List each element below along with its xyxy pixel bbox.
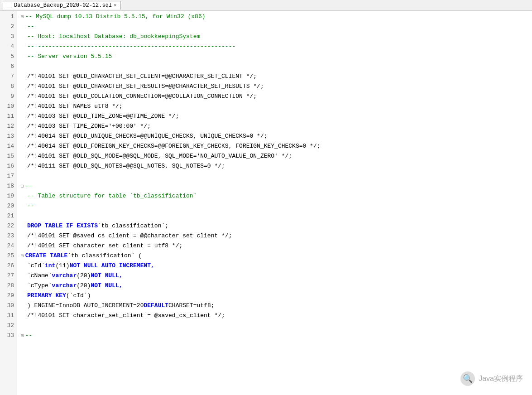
code-token: (`cId`)	[66, 291, 91, 301]
code-token: /*!40101 SET @OLD_CHARACTER_SET_CLIENT=@…	[27, 72, 257, 82]
line-number: 28	[3, 281, 14, 291]
code-line: /*!40101 SET @OLD_COLLATION_CONNECTION=@…	[21, 92, 532, 101]
code-line: /*!40101 SET @OLD_CHARACTER_SET_RESULTS=…	[21, 82, 532, 92]
code-line: --	[21, 181, 532, 191]
line-number: 19	[3, 191, 14, 201]
line-number: 20	[3, 201, 14, 211]
line-number: 29	[3, 291, 14, 301]
line-number: 3	[3, 32, 14, 42]
code-line: --	[21, 22, 532, 32]
code-line: PRIMARY KEY (`cId`)	[21, 291, 532, 301]
code-line: ) ENGINE=InnoDB AUTO_INCREMENT=20 DEFAUL…	[21, 301, 532, 311]
line-number: 4	[3, 42, 14, 52]
line-number: 17	[3, 171, 14, 181]
code-token: varchar	[52, 281, 77, 291]
line-number: 27	[3, 271, 14, 281]
line-number: 15	[3, 151, 14, 161]
line-number: 24	[3, 241, 14, 251]
code-token: NOT NULL,	[91, 271, 122, 281]
tab-close-button[interactable]: ×	[114, 3, 117, 8]
code-token: CHARSET=utf8;	[168, 301, 214, 311]
editor-tab[interactable]: Database_Backup_2020-02-12.sql ×	[3, 1, 121, 10]
fold-marker[interactable]	[21, 181, 24, 191]
code-token: /*!40103 SET TIME_ZONE='+00:00' */;	[27, 121, 151, 131]
code-token: (11)	[55, 261, 69, 271]
code-line: /*!40103 SET @OLD_TIME_ZONE=@@TIME_ZONE …	[21, 111, 532, 121]
line-number: 6	[3, 62, 14, 72]
code-token: /*!40101 SET @OLD_SQL_MODE=@@SQL_MODE, S…	[27, 151, 292, 161]
line-number: 33	[3, 331, 14, 341]
line-number: 31	[3, 311, 14, 321]
line-number: 21	[3, 211, 14, 221]
line-number: 5	[3, 52, 14, 62]
code-token: DROP TABLE IF EXISTS	[27, 221, 98, 231]
code-token: /*!40111 SET @OLD_SQL_NOTES=@@SQL_NOTES,…	[27, 161, 225, 171]
code-token: --	[25, 331, 33, 341]
code-token: -- Server version 5.5.15	[27, 52, 112, 62]
fold-marker[interactable]	[21, 12, 24, 22]
code-line: /*!40101 SET @OLD_CHARACTER_SET_CLIENT=@…	[21, 72, 532, 82]
code-token: -- MySQL dump 10.13 Distrib 5.5.15, for …	[25, 12, 206, 22]
code-token: -- -------------------------------------…	[27, 42, 235, 52]
code-token: NOT NULL,	[91, 281, 122, 291]
code-line: /*!40111 SET @OLD_SQL_NOTES=@@SQL_NOTES,…	[21, 161, 532, 171]
code-line: CREATE TABLE `tb_classification` (	[21, 251, 532, 261]
code-token: `cType`	[27, 281, 52, 291]
code-token: PRIMARY KEY	[27, 291, 66, 301]
code-token: /*!40101 SET @saved_cs_client = @@charac…	[27, 231, 232, 241]
code-token: /*!40103 SET @OLD_TIME_ZONE=@@TIME_ZONE …	[27, 111, 179, 121]
code-token: /*!40014 SET @OLD_UNIQUE_CHECKS=@@UNIQUE…	[27, 131, 268, 141]
line-number: 30	[3, 301, 14, 311]
code-token: (20)	[77, 271, 91, 281]
code-line: /*!40101 SET @saved_cs_client = @@charac…	[21, 231, 532, 241]
code-token: --	[25, 181, 33, 191]
fold-marker[interactable]	[21, 331, 24, 341]
code-line	[21, 321, 532, 331]
code-token: CREATE TABLE	[25, 251, 68, 261]
code-line	[21, 211, 532, 221]
code-line: -- Table structure for table `tb_classif…	[21, 191, 532, 201]
code-line: /*!40014 SET @OLD_FOREIGN_KEY_CHECKS=@@F…	[21, 141, 532, 151]
code-token: /*!40101 SET character_set_client = utf8…	[27, 241, 182, 251]
code-token: -- Table structure for table `tb_classif…	[27, 191, 197, 201]
line-number: 23	[3, 231, 14, 241]
watermark-icon: 🔍	[460, 371, 475, 386]
code-line: /*!40101 SET character_set_client = @sav…	[21, 311, 532, 321]
watermark-text: Java实例程序	[479, 374, 523, 384]
code-token: `cName`	[27, 271, 52, 281]
line-numbers-column: 1234567891011121314151617181920212223242…	[0, 11, 17, 395]
code-token: DEFAULT	[144, 301, 168, 311]
code-token: NOT NULL AUTO_INCREMENT,	[70, 261, 154, 271]
code-area[interactable]: -- MySQL dump 10.13 Distrib 5.5.15, for …	[17, 11, 532, 395]
code-token: varchar	[52, 271, 77, 281]
code-line: `cName` varchar(20) NOT NULL,	[21, 271, 532, 281]
line-number: 7	[3, 72, 14, 82]
code-line: --	[21, 201, 532, 211]
code-token: /*!40101 SET @OLD_COLLATION_CONNECTION=@…	[27, 92, 257, 101]
code-line: /*!40103 SET TIME_ZONE='+00:00' */;	[21, 121, 532, 131]
code-token: `cId`	[27, 261, 45, 271]
fold-marker[interactable]	[21, 251, 24, 261]
code-token: int	[45, 261, 55, 271]
tab-filename: Database_Backup_2020-02-12.sql	[14, 2, 112, 9]
code-line: /*!40101 SET character_set_client = utf8…	[21, 241, 532, 251]
line-number: 1	[3, 12, 14, 22]
line-number: 16	[3, 161, 14, 171]
code-token: `tb_classification` (	[67, 251, 142, 261]
line-number: 8	[3, 82, 14, 92]
code-line: /*!40101 SET @OLD_SQL_MODE=@@SQL_MODE, S…	[21, 151, 532, 161]
code-token: (20)	[77, 281, 91, 291]
code-line	[21, 171, 532, 181]
line-number: 10	[3, 101, 14, 111]
line-number: 14	[3, 141, 14, 151]
code-line: -- -------------------------------------…	[21, 42, 532, 52]
code-token: -- Host: localhost Database: db_bookkeep…	[27, 32, 200, 42]
code-token: /*!40101 SET character_set_client = @sav…	[27, 311, 225, 321]
code-line: DROP TABLE IF EXISTS `tb_classification`…	[21, 221, 532, 231]
watermark: 🔍 Java实例程序	[460, 371, 523, 386]
code-line: -- MySQL dump 10.13 Distrib 5.5.15, for …	[21, 12, 532, 22]
code-token: --	[27, 22, 34, 32]
editor-container: 1234567891011121314151617181920212223242…	[0, 11, 532, 395]
line-number: 32	[3, 321, 14, 331]
line-number: 12	[3, 121, 14, 131]
